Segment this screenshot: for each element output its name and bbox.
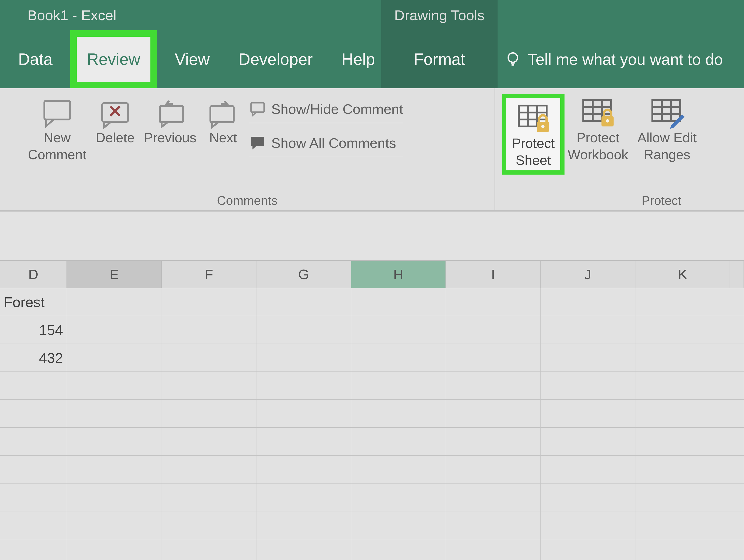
cell[interactable] (162, 428, 256, 455)
cell[interactable] (0, 400, 67, 427)
cell[interactable] (541, 512, 635, 539)
cell[interactable] (446, 456, 541, 483)
cell[interactable] (635, 512, 730, 539)
cell[interactable] (256, 288, 351, 316)
tell-me-search[interactable]: Tell me what you want to do (505, 30, 723, 88)
cell[interactable] (256, 512, 351, 539)
cell[interactable] (730, 344, 744, 371)
cell[interactable] (162, 484, 256, 511)
cell[interactable] (730, 512, 744, 539)
tab-help[interactable]: Help (330, 38, 386, 80)
cell[interactable] (541, 456, 635, 483)
cell[interactable] (351, 484, 446, 511)
show-all-comments-button[interactable]: Show All Comments (249, 129, 403, 157)
col-header-h[interactable]: H (351, 261, 446, 288)
cell[interactable] (162, 288, 256, 316)
cell[interactable] (446, 344, 541, 371)
cell[interactable] (446, 400, 541, 427)
cell[interactable] (256, 484, 351, 511)
col-header-i[interactable]: I (446, 261, 541, 288)
cell[interactable] (635, 484, 730, 511)
cell[interactable] (256, 400, 351, 427)
cell[interactable] (635, 428, 730, 455)
cell[interactable] (541, 372, 635, 399)
cell[interactable] (730, 400, 744, 427)
cell[interactable] (730, 428, 744, 455)
cell[interactable] (446, 288, 541, 316)
cell[interactable] (541, 344, 635, 371)
next-comment-button[interactable]: Next (206, 94, 240, 146)
col-header-e[interactable]: E (67, 261, 161, 288)
cell[interactable] (635, 539, 730, 560)
cell[interactable] (162, 372, 256, 399)
cell[interactable] (67, 288, 161, 316)
cell[interactable] (446, 372, 541, 399)
col-header-g[interactable]: G (256, 261, 351, 288)
cell[interactable] (541, 539, 635, 560)
tab-data[interactable]: Data (7, 38, 64, 80)
col-header-d[interactable]: D (0, 261, 67, 288)
cell[interactable] (67, 372, 161, 399)
col-header-k[interactable]: K (635, 261, 730, 288)
new-comment-button[interactable]: New Comment (28, 94, 86, 163)
cell[interactable] (256, 372, 351, 399)
cell[interactable] (0, 484, 67, 511)
cell[interactable] (351, 288, 446, 316)
cell[interactable] (351, 512, 446, 539)
cell[interactable] (67, 484, 161, 511)
cell-d2[interactable]: 154 (0, 316, 67, 344)
cell[interactable] (730, 484, 744, 511)
allow-edit-ranges-button[interactable]: Allow Edit Ranges (637, 94, 697, 163)
cell[interactable] (730, 456, 744, 483)
tab-view[interactable]: View (163, 38, 221, 80)
cell[interactable] (635, 316, 730, 344)
cell[interactable] (635, 288, 730, 316)
cell-d3[interactable]: 432 (0, 344, 67, 371)
previous-comment-button[interactable]: Previous (144, 94, 196, 146)
cell[interactable] (351, 428, 446, 455)
cell[interactable] (541, 400, 635, 427)
tab-developer[interactable]: Developer (227, 38, 324, 80)
cell[interactable] (351, 372, 446, 399)
cell[interactable] (730, 372, 744, 399)
tab-format[interactable]: Format (381, 30, 497, 88)
cell[interactable] (446, 428, 541, 455)
cell[interactable] (162, 400, 256, 427)
tab-review[interactable]: Review (70, 30, 157, 88)
cell[interactable] (635, 400, 730, 427)
cell[interactable] (256, 428, 351, 455)
cell[interactable] (0, 512, 67, 539)
show-hide-comment-button[interactable]: Show/Hide Comment (249, 95, 403, 123)
protect-sheet-button[interactable]: Protect Sheet (507, 98, 560, 171)
cell[interactable] (67, 539, 161, 560)
cell[interactable] (162, 539, 256, 560)
cell[interactable] (162, 456, 256, 483)
cell[interactable] (67, 456, 161, 483)
cell[interactable] (635, 372, 730, 399)
cell[interactable] (67, 316, 161, 344)
cell[interactable] (67, 512, 161, 539)
col-header-f[interactable]: F (162, 261, 256, 288)
cell[interactable] (256, 539, 351, 560)
cell[interactable] (256, 456, 351, 483)
cell[interactable] (446, 539, 541, 560)
cell[interactable] (351, 456, 446, 483)
cell[interactable] (635, 344, 730, 371)
cell[interactable] (730, 316, 744, 344)
cell[interactable] (541, 288, 635, 316)
cell[interactable] (67, 344, 161, 371)
cell[interactable] (541, 484, 635, 511)
cell[interactable] (730, 288, 744, 316)
cell[interactable] (351, 344, 446, 371)
cell[interactable] (446, 316, 541, 344)
cell[interactable] (446, 484, 541, 511)
col-header-edge[interactable] (730, 261, 744, 288)
cell[interactable] (0, 428, 67, 455)
cell[interactable] (635, 456, 730, 483)
col-header-j[interactable]: J (541, 261, 635, 288)
cell[interactable] (541, 316, 635, 344)
protect-workbook-button[interactable]: Protect Workbook (568, 94, 628, 163)
cell[interactable] (67, 400, 161, 427)
cell[interactable] (351, 316, 446, 344)
cell[interactable] (162, 316, 256, 344)
